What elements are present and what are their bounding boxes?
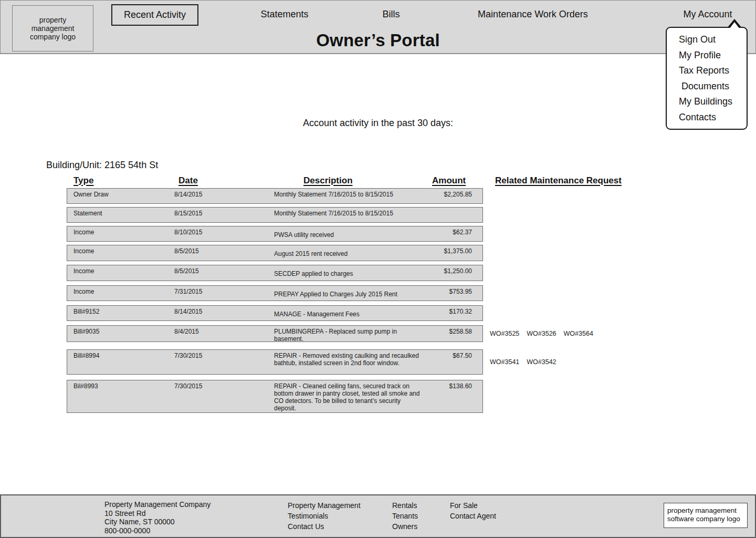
footer-link-testimonials[interactable]: Testimonials	[288, 511, 361, 521]
column-header-type[interactable]: Type	[74, 175, 93, 186]
cell-date: 7/30/2015	[174, 352, 274, 374]
table-row: Bill#89947/30/2015REPAIR - Removed exist…	[67, 349, 749, 375]
cell-type: Income	[74, 229, 174, 241]
cell-date: 8/4/2015	[174, 328, 274, 343]
table-row-box: Bill#90358/4/2015PLUMBINGREPA - Replaced…	[67, 325, 483, 342]
cell-type: Bil#8993	[74, 382, 174, 412]
table-row-box: Income8/5/2015SECDEP applied to charges$…	[67, 265, 483, 281]
dropdown-pointer-fill	[729, 22, 740, 29]
cell-type: Bill#8994	[74, 352, 174, 374]
work-order-link[interactable]: WO#3542	[527, 358, 556, 366]
table-row: Income7/31/2015PREPAY Applied to Charges…	[67, 285, 749, 301]
footer-links-sale: For SaleContact Agent	[450, 500, 496, 521]
menu-item-contacts[interactable]: Contacts	[667, 110, 747, 126]
company-info-line: City Name, ST 00000	[104, 518, 211, 526]
column-header-related-maintenance-request[interactable]: Related Maintenance Request	[495, 175, 622, 186]
table-row-box: Income7/31/2015PREPAY Applied to Charges…	[67, 285, 483, 301]
nav-tab-maintenance-work-orders[interactable]: Maintenance Work Orders	[478, 1, 588, 28]
activity-intro-text: Account activity in the past 30 days:	[0, 118, 756, 129]
company-info-line: 10 Street Rd	[104, 509, 211, 518]
cell-amount: $1,375.00	[424, 247, 472, 261]
related-work-orders: WO#3525WO#3526WO#3564	[490, 325, 593, 342]
table-row: Bill#91528/14/2015MANAGE - Management Fe…	[67, 305, 749, 321]
work-order-link[interactable]: WO#3525	[490, 330, 519, 337]
activity-table: Owner Draw8/14/2015Monthly Statement 7/1…	[67, 188, 749, 413]
footer-links-audience: RentalsTenantsOwners	[392, 500, 418, 532]
footer-links-company: Property ManagementTestimonialsContact U…	[288, 500, 361, 532]
table-row: Income8/5/2015SECDEP applied to charges$…	[67, 265, 749, 281]
cell-date: 8/14/2015	[174, 191, 274, 203]
cell-description: REPAIR - Cleaned ceiling fans, secured t…	[274, 382, 424, 412]
footer-link-rentals[interactable]: Rentals	[392, 500, 418, 511]
table-row: Income8/10/2015PWSA utility received$62.…	[67, 226, 749, 242]
cell-description: PREPAY Applied to Charges July 2015 Rent	[274, 288, 424, 301]
table-row-box: Statement8/15/2015Monthly Statement 7/16…	[67, 207, 483, 223]
cell-description: REPAIR - Removed existing caulking and r…	[274, 352, 424, 374]
building-unit-heading: Building/Unit: 2165 54th St	[46, 160, 158, 171]
table-row-box: Income8/10/2015PWSA utility received$62.…	[67, 226, 483, 242]
my-account-dropdown: Sign OutMy ProfileTax ReportsDocumentsMy…	[666, 27, 748, 130]
footer-link-tenants[interactable]: Tenants	[392, 511, 418, 521]
cell-amount	[424, 210, 472, 222]
cell-description: PLUMBINGREPA - Replaced sump pump in bas…	[274, 328, 424, 343]
cell-date: 8/14/2015	[174, 308, 274, 320]
cell-amount: $1,250.00	[424, 267, 472, 281]
column-header-date[interactable]: Date	[178, 175, 198, 186]
menu-item-my-buildings[interactable]: My Buildings	[667, 94, 747, 110]
work-order-link[interactable]: WO#3564	[564, 330, 593, 337]
cell-description: Monthly Statement 7/16/2015 to 8/15/2015	[274, 191, 424, 203]
table-row: Bil#89937/30/2015REPAIR - Cleaned ceilin…	[67, 380, 749, 413]
footer-link-property-management[interactable]: Property Management	[288, 500, 361, 511]
table-column-headers: TypeDateDescriptionAmountRelated Mainten…	[0, 175, 756, 188]
menu-item-sign-out[interactable]: Sign Out	[667, 32, 747, 48]
cell-type: Income	[74, 267, 174, 281]
work-order-link[interactable]: WO#3541	[490, 358, 519, 366]
cell-date: 8/5/2015	[174, 247, 274, 261]
table-row-box: Owner Draw8/14/2015Monthly Statement 7/1…	[67, 188, 483, 204]
cell-type: Bill#9035	[74, 328, 174, 343]
column-header-description[interactable]: Description	[303, 175, 353, 186]
table-row: Bill#90358/4/2015PLUMBINGREPA - Replaced…	[67, 325, 749, 342]
company-info-line: 800-000-0000	[104, 526, 211, 535]
nav-tab-recent-activity[interactable]: Recent Activity	[111, 4, 198, 26]
cell-amount: $753.95	[424, 288, 472, 301]
top-nav-bar: property management company logo Recent …	[0, 0, 756, 54]
nav-tab-my-account[interactable]: My Account	[683, 1, 732, 28]
footer-company-info: Property Management Company10 Street RdC…	[104, 500, 211, 535]
cell-amount: $67.50	[424, 352, 472, 374]
cell-description: August 2015 rent received	[274, 247, 424, 261]
work-order-link[interactable]: WO#3526	[527, 330, 556, 337]
cell-type: Bill#9152	[74, 308, 174, 320]
cell-date: 8/10/2015	[174, 229, 274, 241]
footer-link-contact-agent[interactable]: Contact Agent	[450, 511, 496, 521]
footer-link-for-sale[interactable]: For Sale	[450, 500, 496, 511]
footer-link-contact-us[interactable]: Contact Us	[288, 521, 361, 532]
cell-date: 7/30/2015	[174, 382, 274, 412]
menu-item-tax-reports[interactable]: Tax Reports	[667, 63, 747, 79]
menu-item-my-profile[interactable]: My Profile	[667, 48, 747, 64]
software-company-logo: property management software company log…	[664, 503, 748, 528]
cell-amount: $138.60	[424, 382, 472, 412]
related-work-orders: WO#3541WO#3542	[490, 349, 556, 375]
table-row: Income8/5/2015August 2015 rent received$…	[67, 245, 749, 261]
table-row-box: Income8/5/2015August 2015 rent received$…	[67, 245, 483, 261]
footer-link-owners[interactable]: Owners	[392, 521, 418, 532]
table-row-box: Bill#89947/30/2015REPAIR - Removed exist…	[67, 349, 483, 375]
cell-date: 8/5/2015	[174, 267, 274, 281]
table-row-box: Bil#89937/30/2015REPAIR - Cleaned ceilin…	[67, 380, 483, 413]
cell-type: Income	[74, 288, 174, 301]
table-row: Owner Draw8/14/2015Monthly Statement 7/1…	[67, 188, 749, 204]
cell-amount: $170.32	[424, 308, 472, 320]
cell-type: Income	[74, 247, 174, 261]
page-footer: Property Management Company10 Street RdC…	[0, 494, 756, 538]
column-header-amount[interactable]: Amount	[432, 175, 466, 186]
page-title: Owner’s Portal	[1, 30, 755, 50]
table-row-box: Bill#91528/14/2015MANAGE - Management Fe…	[67, 305, 483, 321]
menu-item-documents[interactable]: Documents	[667, 79, 747, 95]
cell-description: MANAGE - Management Fees	[274, 308, 424, 320]
cell-description: SECDEP applied to charges	[274, 267, 424, 281]
nav-tab-bills[interactable]: Bills	[382, 1, 400, 28]
cell-type: Statement	[74, 210, 174, 222]
table-row: Statement8/15/2015Monthly Statement 7/16…	[67, 207, 749, 223]
nav-tab-statements[interactable]: Statements	[260, 1, 308, 28]
